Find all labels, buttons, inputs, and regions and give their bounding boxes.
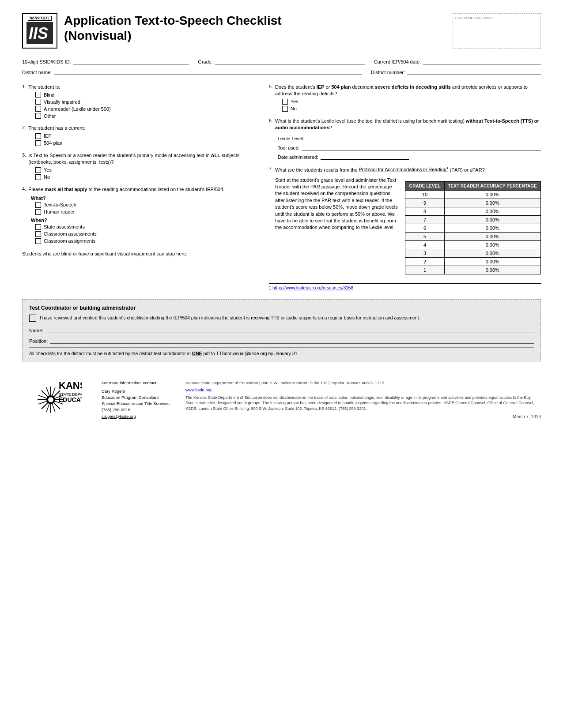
district-name-field: District name:	[22, 68, 362, 75]
grade-input[interactable]	[215, 57, 365, 64]
table-row: 70.00%	[405, 215, 541, 224]
admin-box-title: Test Coordinator or building administrat…	[29, 305, 534, 311]
q4-num: 4.	[22, 186, 26, 193]
accuracy-cell[interactable]: 0.00%	[444, 207, 541, 215]
grade-level-header: GRADE LEVEL	[405, 181, 444, 190]
protocol-link[interactable]: Protocol for Accommodations in Reading1	[359, 167, 448, 172]
q1-visually-checkbox[interactable]	[35, 99, 41, 105]
kansas-logo: KANSAS STATE DEPARTMENT OF EDUCATION	[22, 380, 88, 424]
admin-checkbox[interactable]	[29, 315, 36, 322]
q1-option-other: Other	[35, 113, 256, 119]
q2-option-iep: IEP	[35, 133, 256, 139]
q1-other-label: Other	[44, 113, 56, 119]
grade-level-cell: 10	[405, 190, 444, 199]
accuracy-cell[interactable]: 0.00%	[444, 199, 541, 207]
accuracy-cell[interactable]: 0.00%	[444, 266, 541, 274]
q1-blind-checkbox[interactable]	[35, 92, 41, 98]
footer-website[interactable]: www.ksde.org	[185, 387, 541, 393]
header-title: Application Text-to-Speech Checklist (No…	[64, 13, 453, 43]
accuracy-cell[interactable]: 0.00%	[444, 257, 541, 266]
q4-human-reader-label: Human reader	[44, 209, 75, 214]
q7-text: What are the students results from the P…	[275, 166, 541, 173]
table-row: 20.00%	[405, 257, 541, 266]
footnote-url[interactable]: https://www.ksdetasn.org/resources/3158	[272, 285, 353, 290]
ssid-input[interactable]	[73, 57, 189, 64]
question-4: 4. Please mark all that apply to the rea…	[22, 186, 256, 244]
grade-level-cell: 2	[405, 257, 444, 266]
accuracy-cell[interactable]: 0.00%	[444, 249, 541, 257]
footer-address: Kansas State Department of Education | 9…	[185, 380, 541, 386]
admin-name-input[interactable]	[45, 326, 534, 333]
q4-tts: Text-to-Speech	[35, 202, 256, 208]
footer-right: Kansas State Department of Education | 9…	[185, 380, 541, 426]
q4-state-assessments-label: State assessments	[44, 224, 85, 229]
q1-nonreader-checkbox[interactable]	[35, 106, 41, 112]
q3-yes-checkbox[interactable]	[35, 167, 41, 173]
table-row: 100.00%	[405, 190, 541, 199]
q4-classroom-assessments-checkbox[interactable]	[35, 231, 41, 237]
accuracy-cell[interactable]: 0.00%	[444, 190, 541, 199]
date-admin-field: Date administered:	[278, 153, 541, 160]
q2-iep-checkbox[interactable]	[35, 133, 41, 139]
grade-level-cell: 3	[405, 249, 444, 257]
q4-human-reader: Human reader	[35, 209, 256, 215]
svg-text:EDUCATION: EDUCATION	[59, 396, 82, 403]
date-admin-input[interactable]	[321, 153, 409, 160]
q4-classroom-assessments-label: Classroom assessments	[44, 231, 97, 236]
q3-option-no: No	[35, 174, 256, 180]
footer-contact: For more information, contact: Cary Roge…	[102, 380, 172, 426]
submit-text: All checklists for the district must be …	[29, 347, 534, 357]
accuracy-cell[interactable]: 0.00%	[444, 232, 541, 240]
q5-yes-checkbox[interactable]	[282, 99, 288, 105]
tool-used-input[interactable]	[302, 143, 541, 150]
table-row: 60.00%	[405, 224, 541, 232]
district-number-input[interactable]	[407, 68, 541, 75]
grade-level-cell: 1	[405, 266, 444, 274]
grade-table: GRADE LEVEL TEXT READER ACCURACY PERCENT…	[405, 181, 541, 274]
lexile-level-input[interactable]	[307, 134, 404, 141]
grade-level-cell: 7	[405, 215, 444, 224]
q2-num: 2.	[22, 125, 26, 131]
table-row: 90.00%	[405, 199, 541, 207]
main-content: 1. The student is: Blind Visually impair…	[22, 84, 541, 290]
accuracy-cell[interactable]: 0.00%	[444, 240, 541, 249]
footer-contact-email[interactable]: crogers@ksde.org	[102, 413, 172, 420]
q5-option-no: No	[282, 106, 541, 112]
q3-no-checkbox[interactable]	[35, 174, 41, 180]
accuracy-cell[interactable]: 0.00%	[444, 215, 541, 224]
q2-504-checkbox[interactable]	[35, 140, 41, 146]
q3-no-label: No	[44, 174, 50, 180]
q7-body: Start at the student's grade level and a…	[275, 177, 398, 231]
for-ksde-box: FOR KSDE USE ONLY:	[453, 13, 541, 49]
q4-classroom-assignments: Classroom assignments	[35, 238, 256, 244]
admin-checkbox-text: I have reviewed and verified this studen…	[40, 315, 420, 321]
q4-when-label: When?	[31, 218, 256, 223]
q4-classroom-assignments-label: Classroom assignments	[44, 238, 95, 244]
svg-point-11	[48, 397, 53, 402]
district-number-field: District number:	[371, 68, 541, 75]
date-admin-label: Date administered:	[278, 154, 318, 160]
q4-tts-checkbox[interactable]	[35, 202, 41, 208]
q4-human-reader-checkbox[interactable]	[35, 209, 41, 215]
q2-text: The student has a current:	[28, 125, 85, 131]
q1-num: 1.	[22, 84, 26, 90]
q1-other-checkbox[interactable]	[35, 113, 41, 119]
ssid-field: 10-digit SSID/KIDS ID:	[22, 57, 189, 64]
q6-text: What is the student's Lexile level (use …	[275, 118, 541, 131]
accuracy-cell[interactable]: 0.00%	[444, 224, 541, 232]
left-column: 1. The student is: Blind Visually impair…	[22, 84, 256, 290]
admin-position-input[interactable]	[50, 337, 534, 344]
admin-name-row: Name:	[29, 326, 534, 333]
iep-date-label: Current IEP/504 date:	[374, 59, 421, 64]
iep-date-input[interactable]	[423, 57, 541, 64]
q1-text: The student is:	[28, 84, 60, 90]
q5-no-checkbox[interactable]	[282, 106, 288, 112]
q4-state-assessments-checkbox[interactable]	[35, 224, 41, 230]
district-name-input[interactable]	[54, 68, 362, 75]
q4-classroom-assessments: Classroom assessments	[35, 231, 256, 237]
district-number-label: District number:	[371, 70, 405, 75]
q1-visually-label: Visually impaired	[44, 99, 80, 105]
q3-option-yes: Yes	[35, 167, 256, 173]
q4-classroom-assignments-checkbox[interactable]	[35, 238, 41, 244]
kansas-star: KANSAS STATE DEPARTMENT OF EDUCATION	[22, 380, 88, 424]
